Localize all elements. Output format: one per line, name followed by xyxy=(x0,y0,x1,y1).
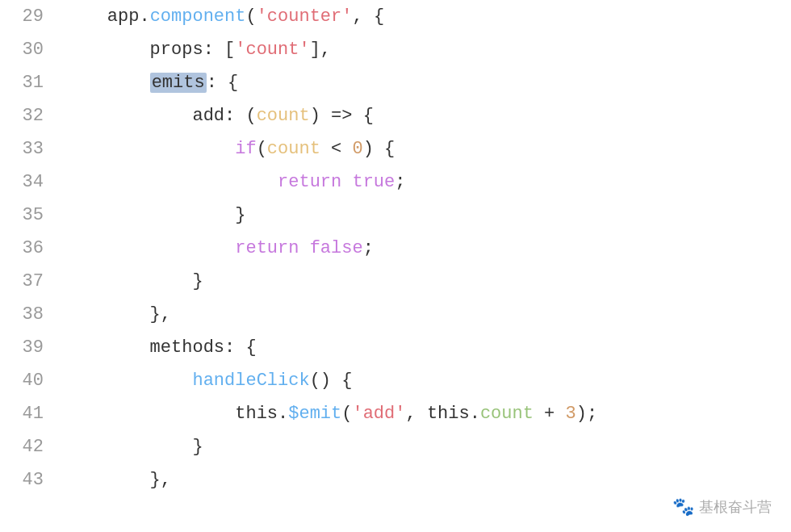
line-number-42: 42 xyxy=(0,430,58,463)
code-line-36: 36 return false; xyxy=(0,232,791,265)
line-number-31: 31 xyxy=(0,66,58,99)
code-line-32: 32 add: (count) => { xyxy=(0,99,791,132)
watermark: 🐾 基根奋斗营 xyxy=(672,496,772,517)
line-number-34: 34 xyxy=(0,165,58,199)
line-number-38: 38 xyxy=(0,298,58,331)
code-lines: 29 app.component('counter', { 30 props: … xyxy=(0,0,791,532)
code-line-29: 29 app.component('counter', { xyxy=(0,0,791,33)
line-content-38: }, xyxy=(58,298,791,331)
code-line-34: 34 return true; xyxy=(0,165,791,199)
watermark-icon: 🐾 xyxy=(672,496,694,517)
code-line-41: 41 this.$emit('add', this.count + 3); xyxy=(0,397,791,430)
code-line-33: 33 if(count < 0) { xyxy=(0,132,791,165)
line-number-35: 35 xyxy=(0,199,58,232)
line-number-43: 43 xyxy=(0,463,58,496)
code-line-40: 40 handleClick() { xyxy=(0,364,791,397)
line-number-29: 29 xyxy=(0,0,58,33)
line-number-39: 39 xyxy=(0,331,58,364)
line-content-35: } xyxy=(58,199,791,232)
code-line-35: 35 } xyxy=(0,199,791,232)
code-line-30: 30 props: ['count'], xyxy=(0,33,791,66)
line-number-36: 36 xyxy=(0,232,58,265)
code-line-39: 39 methods: { xyxy=(0,331,791,364)
line-content-32: add: (count) => { xyxy=(58,99,791,132)
line-number-33: 33 xyxy=(0,132,58,165)
line-content-37: } xyxy=(58,265,791,298)
line-content-30: props: ['count'], xyxy=(58,33,791,66)
line-content-39: methods: { xyxy=(58,331,791,364)
emits-highlight: emits xyxy=(150,73,207,93)
line-content-42: } xyxy=(58,430,791,463)
code-line-42: 42 } xyxy=(0,430,791,463)
line-number-40: 40 xyxy=(0,364,58,397)
code-line-38: 38 }, xyxy=(0,298,791,331)
line-content-43: }, xyxy=(58,463,791,496)
watermark-text: 基根奋斗营 xyxy=(699,497,772,517)
code-line-31: 31 emits: { xyxy=(0,66,791,99)
line-number-30: 30 xyxy=(0,33,58,66)
line-content-34: return true; xyxy=(58,165,791,199)
code-line-37: 37 } xyxy=(0,265,791,298)
line-content-29: app.component('counter', { xyxy=(58,0,791,33)
code-line-43: 43 }, xyxy=(0,463,791,496)
line-content-36: return false; xyxy=(58,232,791,265)
line-content-31: emits: { xyxy=(58,66,791,99)
line-number-37: 37 xyxy=(0,265,58,298)
line-content-33: if(count < 0) { xyxy=(58,132,791,165)
line-content-41: this.$emit('add', this.count + 3); xyxy=(58,397,791,430)
line-content-40: handleClick() { xyxy=(58,364,791,397)
code-editor: 29 app.component('counter', { 30 props: … xyxy=(0,0,791,532)
line-number-32: 32 xyxy=(0,99,58,132)
line-number-41: 41 xyxy=(0,397,58,430)
